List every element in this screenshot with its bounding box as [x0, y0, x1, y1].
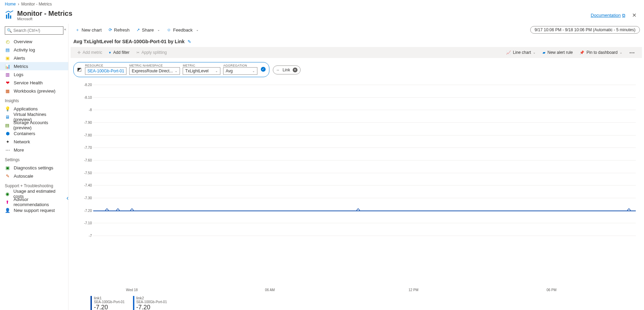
sidebar-item-icon: ⬆: [5, 199, 10, 205]
sidebar-search-input[interactable]: [5, 26, 63, 35]
filter-icon: ▾: [109, 50, 111, 55]
content: ＋New chart ⟳Refresh ↗Share⌄ ☺Feedback⌄ 9…: [69, 24, 644, 310]
sidebar-item-network[interactable]: ✦Network: [0, 138, 68, 146]
share-button[interactable]: ↗Share⌄: [134, 26, 163, 34]
apply-splitting-button[interactable]: ✂Apply splitting: [134, 49, 170, 56]
grid-line: [93, 173, 636, 173]
namespace-label: METRIC NAMESPACE: [129, 64, 180, 67]
legend-series-sub: SEA-100Gb-Port-01: [94, 300, 125, 304]
y-axis-tick: -7.70: [84, 146, 92, 150]
namespace-dropdown[interactable]: ExpressRoute Direct...⌄: [129, 67, 180, 75]
metric-dropdown[interactable]: TxLightLevel⌄: [183, 67, 220, 75]
sidebar-item-icon: 💡: [5, 106, 10, 111]
sidebar-group-header: Insights: [0, 95, 68, 105]
chevron-down-icon: ⌄: [196, 28, 199, 32]
y-axis-tick: -8: [84, 108, 92, 112]
x-axis-tick: Wed 18: [126, 288, 138, 292]
breadcrumb-home[interactable]: Home: [5, 2, 16, 7]
sidebar-item-icon: ▥: [5, 72, 10, 77]
pin-icon: 📌: [580, 50, 584, 55]
chart-canvas[interactable]: -8.20-8.10-8-7.90-7.80-7.70-7.60-7.50-7.…: [84, 85, 636, 286]
sidebar-item-activity-log[interactable]: ▤Activity log: [0, 46, 68, 54]
sidebar-item-logs[interactable]: ▥Logs: [0, 70, 68, 79]
documentation-link[interactable]: Documentation ⧉: [591, 13, 625, 18]
edit-pencil-icon[interactable]: ✎: [187, 39, 191, 44]
page-header: Monitor - Metrics Microsoft Documentatio…: [0, 8, 644, 24]
breadcrumb: Home › Monitor - Metrics: [0, 0, 644, 8]
sidebar-item-diagnostics-settings[interactable]: ▣Diagnostics settings: [0, 164, 68, 172]
time-range-pill[interactable]: 9/17 10:06 PM - 9/18 10:06 PM (Automatic…: [530, 26, 640, 34]
sidebar-item-storage-accounts-preview-[interactable]: ▤Storage Accounts (preview): [0, 121, 68, 129]
sidebar-item-icon: 📊: [5, 63, 10, 69]
sidebar-item-label: Alerts: [14, 56, 25, 61]
close-icon[interactable]: ✕: [629, 11, 639, 20]
sidebar-item-label: Storage Accounts (preview): [13, 120, 63, 130]
sidebar-item-autoscale[interactable]: ✎Autoscale: [0, 172, 68, 180]
chart-nav-left-icon[interactable]: ‹: [64, 192, 71, 204]
y-axis-tick: -7.40: [84, 183, 92, 187]
grid-line: [93, 122, 636, 123]
monitor-metrics-icon: [5, 11, 14, 20]
feedback-button[interactable]: ☺Feedback⌄: [164, 26, 202, 34]
sidebar-item-more[interactable]: ⋯More: [0, 146, 68, 154]
sidebar-item-icon: ▣: [5, 165, 10, 170]
more-menu-button[interactable]: ⋯: [627, 49, 638, 56]
legend-color-bar: [90, 296, 92, 310]
sidebar-item-label: Service Health: [14, 80, 43, 85]
sidebar-item-containers[interactable]: ⬢Containers: [0, 129, 68, 138]
grid-line: [93, 223, 636, 223]
add-filter-button[interactable]: ▾Add filter: [106, 49, 132, 56]
new-chart-button[interactable]: ＋New chart: [73, 26, 105, 34]
legend-item[interactable]: link1 SEA-100Gb-Port-01 -7.20: [90, 296, 125, 310]
y-axis-tick: -7.60: [84, 158, 92, 162]
legend-series-name: link1: [94, 296, 125, 300]
series-line: [93, 211, 636, 211]
new-alert-button[interactable]: ▰New alert rule: [540, 49, 575, 56]
sidebar-item-icon: 👤: [5, 207, 10, 213]
data-marker: [130, 208, 134, 211]
sidebar-item-new-support-request[interactable]: 👤New support request: [0, 206, 68, 214]
y-axis-tick: -7.20: [84, 208, 92, 212]
chart-nav-right-icon[interactable]: ›: [642, 192, 644, 204]
sidebar-item-workbooks-preview-[interactable]: ▦Workbooks (preview): [0, 87, 68, 95]
metric-bar: ✢Add metric ▾Add filter ✂Apply splitting…: [71, 47, 642, 58]
filter-pill-link[interactable]: ↔ Link ✕: [273, 65, 301, 74]
y-axis-tick: -8.20: [84, 83, 92, 87]
sidebar-group-header: Support + Troubleshooting: [0, 180, 68, 190]
grid-line: [93, 97, 636, 98]
y-axis-tick: -8.10: [84, 95, 92, 99]
chart-title: Avg TxLightLevel for SEA-100Gb-Port-01 b…: [73, 39, 185, 44]
sidebar-item-icon: 🖥: [5, 114, 10, 120]
sidebar-item-alerts[interactable]: ▣Alerts: [0, 54, 68, 62]
breadcrumb-current: Monitor - Metrics: [21, 2, 52, 7]
legend-item[interactable]: link2 SEA-100Gb-Port-01 -7.20: [133, 296, 167, 310]
sidebar-item-service-health[interactable]: ❤Service Health: [0, 79, 68, 87]
y-axis-tick: -7.10: [84, 221, 92, 225]
sidebar-item-advisor-recommendations[interactable]: ⬆Advisor recommendations: [0, 198, 68, 206]
metric-label: METRIC: [183, 64, 220, 67]
resource-dropdown[interactable]: SEA-100Gb-Port-01: [85, 67, 126, 75]
y-axis-tick: -7: [84, 234, 92, 238]
sidebar-item-icon: ✦: [5, 139, 10, 144]
x-axis-tick: 06 AM: [265, 288, 275, 292]
line-chart-icon: 📈: [506, 50, 511, 55]
chart-type-dropdown[interactable]: 📈Line chart⌄: [503, 49, 539, 56]
grid-line: [93, 135, 636, 135]
x-axis-tick: 12 PM: [409, 288, 418, 292]
legend-series-name: link2: [136, 296, 167, 300]
add-metric-button[interactable]: ✢Add metric: [75, 49, 105, 56]
pin-dashboard-button[interactable]: 📌Pin to dashboard⌄: [577, 49, 625, 56]
legend-color-bar: [133, 296, 134, 310]
chevron-down-icon: ⌄: [252, 69, 255, 73]
sidebar-item-overview[interactable]: ◴Overview: [0, 37, 68, 46]
sidebar-item-metrics[interactable]: 📊Metrics: [0, 62, 68, 70]
sidebar-item-label: Advisor recommendations: [13, 197, 63, 207]
grid-line: [93, 185, 636, 186]
alert-icon: ▰: [543, 50, 545, 55]
aggregation-dropdown[interactable]: Avg⌄: [223, 67, 257, 75]
chevron-down-icon: ⌄: [157, 28, 160, 32]
refresh-button[interactable]: ⟳Refresh: [106, 26, 133, 34]
aggregation-label: AGGREGATION: [223, 64, 257, 67]
filter-split-icon: ↔: [276, 68, 280, 72]
remove-filter-icon[interactable]: ✕: [293, 68, 297, 72]
